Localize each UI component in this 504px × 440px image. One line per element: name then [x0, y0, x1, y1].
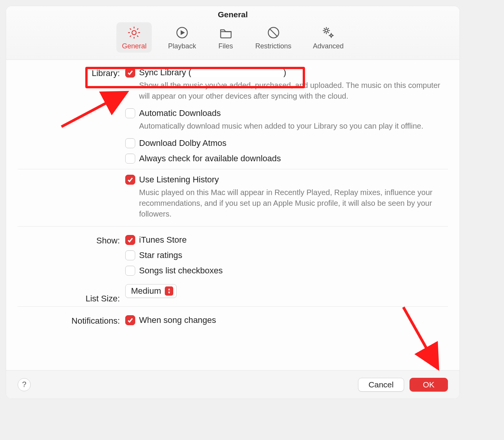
label-library: Library:	[18, 68, 125, 78]
auto-downloads-desc: Automatically download music when added …	[139, 121, 443, 131]
dolby-checkbox[interactable]	[125, 138, 135, 148]
list-size-select[interactable]: Medium ▲▼	[125, 284, 177, 298]
star-ratings-checkbox[interactable]	[125, 250, 135, 260]
star-ratings-label: Star ratings	[139, 250, 182, 260]
sync-library-option[interactable]: Sync Library ()	[125, 68, 448, 78]
tab-files[interactable]: Files	[212, 22, 239, 53]
tab-label: Advanced	[313, 42, 344, 50]
tab-general[interactable]: General	[116, 22, 152, 53]
auto-downloads-checkbox[interactable]	[125, 108, 135, 118]
itunes-store-label: iTunes Store	[139, 235, 187, 245]
dolby-label: Download Dolby Atmos	[139, 138, 226, 148]
songs-checkboxes-option[interactable]: Songs list checkboxes	[125, 266, 448, 276]
row-notifications: Notifications: When song changes	[18, 315, 448, 328]
help-button[interactable]: ?	[18, 378, 31, 391]
redacted-account	[191, 69, 284, 77]
window-title: General	[6, 10, 459, 19]
listening-history-desc: Music played on this Mac will appear in …	[139, 187, 443, 219]
gear-icon	[126, 25, 142, 41]
help-icon: ?	[22, 380, 26, 389]
auto-downloads-label: Automatic Downloads	[139, 108, 221, 118]
row-list-size: List Size: Medium ▲▼	[18, 284, 448, 312]
sync-library-label: Sync Library ()	[139, 68, 286, 78]
gears-icon	[320, 25, 337, 41]
folder-icon	[218, 25, 234, 41]
songs-checkboxes-checkbox[interactable]	[125, 266, 135, 276]
song-changes-label: When song changes	[139, 315, 216, 325]
tab-label: Playback	[168, 42, 196, 50]
auto-downloads-option[interactable]: Automatic Downloads	[125, 108, 448, 118]
song-changes-checkbox[interactable]	[125, 315, 135, 325]
sync-library-desc: Show all the music you've added, purchas…	[139, 80, 443, 101]
svg-point-4	[330, 35, 332, 36]
svg-point-3	[325, 29, 327, 32]
check-downloads-label: Always check for available downloads	[139, 154, 281, 164]
row-show: Show: iTunes Store Star ratings Songs li…	[18, 235, 448, 281]
dolby-option[interactable]: Download Dolby Atmos	[125, 138, 448, 148]
label-show: Show:	[18, 235, 125, 246]
divider	[18, 226, 448, 227]
list-size-value: Medium	[131, 286, 161, 296]
tab-bar: General Playback Files Restrictions	[6, 22, 459, 53]
listening-history-label: Use Listening History	[139, 175, 219, 185]
content: Library: Sync Library () Show all the mu…	[6, 60, 459, 328]
listening-history-option[interactable]: Use Listening History	[125, 175, 448, 185]
listening-history-checkbox[interactable]	[125, 175, 135, 185]
check-downloads-option[interactable]: Always check for available downloads	[125, 154, 448, 164]
song-changes-option[interactable]: When song changes	[125, 315, 448, 325]
preferences-window: General General Playback Files	[6, 6, 459, 399]
play-icon	[174, 25, 190, 41]
cancel-button[interactable]: Cancel	[358, 378, 404, 392]
row-library: Library: Sync Library () Show all the mu…	[18, 68, 448, 232]
prohibit-icon	[265, 25, 282, 41]
songs-checkboxes-label: Songs list checkboxes	[139, 266, 223, 276]
star-ratings-option[interactable]: Star ratings	[125, 250, 448, 260]
header: General General Playback Files	[6, 6, 459, 60]
tab-advanced[interactable]: Advanced	[308, 22, 349, 53]
divider	[18, 169, 448, 169]
label-notifications: Notifications:	[18, 315, 125, 326]
itunes-store-checkbox[interactable]	[125, 235, 135, 245]
updown-icon: ▲▼	[165, 286, 173, 296]
svg-point-0	[132, 31, 136, 35]
tab-label: Restrictions	[255, 42, 292, 50]
check-downloads-checkbox[interactable]	[125, 154, 135, 164]
tab-playback[interactable]: Playback	[162, 22, 201, 53]
tab-label: General	[122, 42, 146, 50]
tab-label: Files	[218, 42, 233, 50]
ok-button[interactable]: OK	[410, 378, 448, 392]
footer: ? Cancel OK	[6, 370, 459, 399]
tab-restrictions[interactable]: Restrictions	[250, 22, 297, 53]
label-list-size: List Size:	[18, 293, 125, 304]
itunes-store-option[interactable]: iTunes Store	[125, 235, 448, 245]
sync-library-checkbox[interactable]	[125, 68, 135, 78]
divider	[18, 306, 448, 307]
